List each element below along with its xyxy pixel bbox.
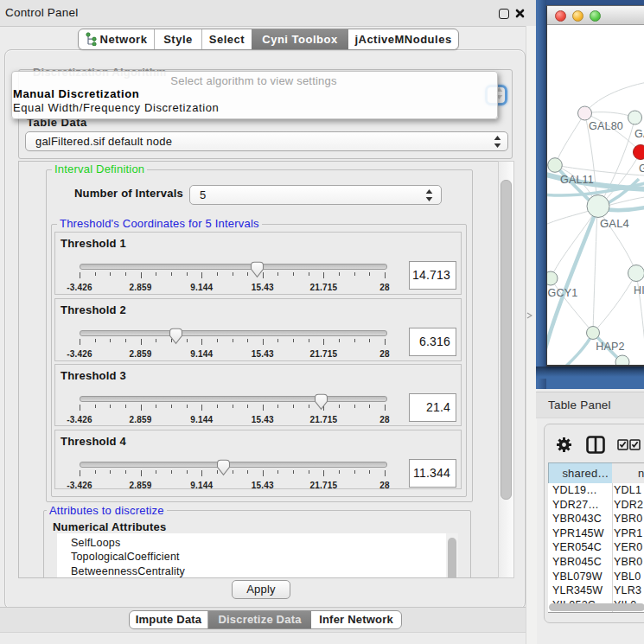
svg-text:HAP2: HAP2 [596,341,624,353]
svg-text:HI: HI [634,284,644,296]
svg-text:GAL4: GAL4 [600,217,629,230]
svg-text:GCY1: GCY1 [548,287,578,299]
svg-text:GAL80: GAL80 [589,120,623,132]
svg-text:GAL: GAL [634,128,644,140]
svg-text:GAL11: GAL11 [560,174,594,186]
svg-text:GA: GA [639,163,644,175]
